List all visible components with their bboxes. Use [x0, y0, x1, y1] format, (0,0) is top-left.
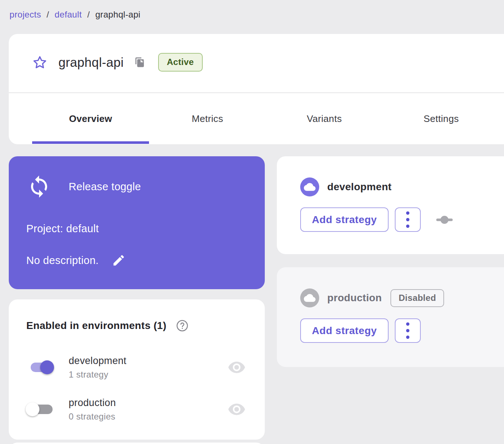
description-text: No description.	[26, 254, 99, 267]
development-toggle[interactable]	[25, 356, 60, 378]
breadcrumb-current: graphql-api	[95, 9, 141, 20]
kebab-menu-icon[interactable]	[395, 318, 421, 343]
kebab-dot	[406, 211, 409, 215]
breadcrumb: projects / default / graphql-api	[9, 9, 141, 20]
cloud-icon	[300, 177, 319, 196]
breadcrumb-separator: /	[87, 9, 90, 20]
edit-pencil-icon[interactable]	[112, 253, 126, 267]
overview-card-head: Release toggle	[9, 156, 265, 199]
envcard-name: development	[327, 181, 392, 193]
production-environment-card: production Disabled Add strategy	[277, 267, 504, 367]
status-badge: Active	[158, 53, 203, 72]
next-card-partial	[9, 443, 265, 444]
env-name: production	[69, 397, 116, 409]
tab-bar: Overview Metrics Variants Settings	[32, 93, 500, 144]
active-tab-indicator	[32, 141, 149, 144]
envcard-head: production Disabled	[277, 267, 504, 307]
kebab-dot	[406, 329, 409, 332]
production-toggle[interactable]	[25, 398, 60, 420]
env-row-text: production 0 strategies	[69, 397, 116, 422]
tab-settings[interactable]: Settings	[383, 93, 500, 144]
env-row-production: production 0 strategies	[25, 393, 250, 426]
feature-title-row: graphql-api Active	[9, 34, 504, 72]
env-strategy-count: 1 strategy	[69, 370, 126, 380]
development-environment-card: development Add strategy	[277, 156, 504, 254]
add-strategy-button[interactable]: Add strategy	[300, 207, 389, 232]
envcard-actions: Add strategy	[277, 318, 504, 343]
page-title: graphql-api	[58, 55, 124, 70]
tab-variants[interactable]: Variants	[266, 93, 383, 144]
kebab-menu-icon[interactable]	[395, 207, 421, 232]
env-panel-title: Enabled in environments (1)	[26, 320, 167, 332]
env-row-development: development 1 strategy	[25, 351, 250, 384]
loop-icon	[27, 175, 51, 199]
description-row: No description.	[26, 253, 126, 267]
eye-icon[interactable]	[228, 358, 246, 376]
envcard-name: production	[327, 292, 382, 304]
kebab-dot	[406, 218, 409, 221]
disabled-badge: Disabled	[390, 289, 444, 307]
envcard-actions: Add strategy	[277, 207, 504, 232]
toggle-thumb	[26, 402, 39, 416]
tab-overview[interactable]: Overview	[32, 93, 149, 144]
feature-header-card: graphql-api Active Overview Metrics Vari…	[9, 34, 504, 144]
toggle-type-label: Release toggle	[69, 181, 141, 193]
breadcrumb-separator: /	[47, 9, 49, 20]
help-icon[interactable]	[176, 319, 188, 332]
feature-overview-card: Release toggle Project: default No descr…	[9, 156, 265, 289]
tab-metrics[interactable]: Metrics	[149, 93, 266, 144]
breadcrumb-projects-link[interactable]: projects	[9, 9, 41, 20]
enabled-environments-panel: Enabled in environments (1) development …	[9, 299, 265, 440]
kebab-dot	[406, 225, 409, 228]
project-label: Project: default	[26, 223, 99, 235]
toggle-thumb	[40, 360, 54, 374]
env-name: development	[69, 355, 126, 367]
cloud-icon	[300, 288, 319, 307]
commit-icon	[436, 215, 453, 224]
env-row-text: development 1 strategy	[69, 355, 126, 380]
env-strategy-count: 0 strategies	[69, 412, 116, 422]
star-icon[interactable]	[32, 55, 47, 70]
eye-icon[interactable]	[228, 400, 246, 418]
kebab-dot	[406, 322, 409, 326]
add-strategy-button[interactable]: Add strategy	[300, 318, 389, 343]
env-panel-head: Enabled in environments (1)	[9, 299, 265, 332]
breadcrumb-default-link[interactable]: default	[55, 9, 82, 20]
copy-icon[interactable]	[134, 57, 145, 68]
envcard-head: development	[277, 156, 504, 196]
kebab-dot	[406, 336, 409, 339]
